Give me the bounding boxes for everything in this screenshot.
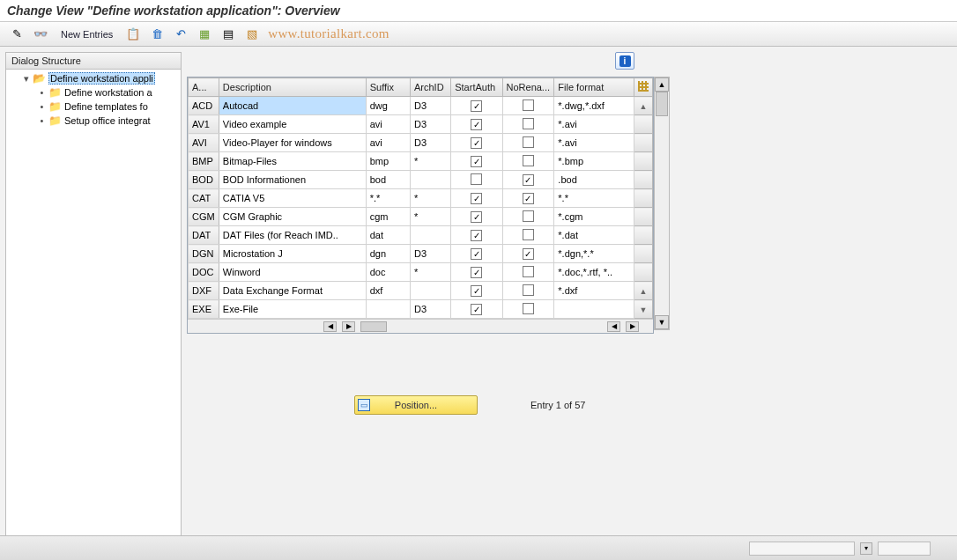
cell-desc[interactable]: Data Exchange Format [219, 282, 366, 300]
cell-startauth[interactable] [451, 171, 502, 189]
table-row[interactable]: ACDAutocaddwgD3✓*.dwg,*.dxf▲ [189, 97, 653, 115]
status-segment[interactable] [878, 542, 931, 556]
cell-archid[interactable] [410, 171, 450, 189]
cell-archid[interactable] [410, 282, 450, 300]
checkbox-icon[interactable]: ✓ [471, 248, 482, 260]
cell-suffix[interactable]: avi [366, 134, 410, 152]
table-row[interactable]: DGNMicrostation JdgnD3✓✓*.dgn,*.* [189, 245, 653, 263]
cell-suffix[interactable]: cgm [366, 208, 410, 226]
cell-app[interactable]: DAT [189, 226, 219, 245]
cell-desc[interactable]: Video-Player for windows [219, 134, 366, 152]
table-vscroll[interactable]: ▲ ▼ [654, 77, 670, 330]
cell-startauth[interactable]: ✓ [451, 263, 502, 282]
checkbox-icon[interactable]: ✓ [523, 248, 534, 260]
col-header-suffix[interactable]: Suffix [366, 78, 410, 97]
checkbox-icon[interactable]: ✓ [471, 137, 482, 149]
table-config-button[interactable] [634, 78, 652, 97]
cell-startauth[interactable]: ✓ [451, 97, 502, 115]
checkbox-icon[interactable] [523, 118, 534, 129]
checkbox-icon[interactable] [523, 284, 534, 296]
cell-desc[interactable]: CATIA V5 [219, 189, 366, 208]
cell-norename[interactable] [502, 282, 554, 300]
tree-child[interactable]: • 📁 Define templates fo [6, 99, 181, 114]
cell-archid[interactable] [410, 226, 450, 245]
col-header-norename[interactable]: NoRena... [502, 78, 554, 97]
cell-startauth[interactable]: ✓ [451, 245, 502, 263]
cell-app[interactable]: EXE [189, 300, 219, 319]
checkbox-icon[interactable]: ✓ [471, 267, 482, 278]
cell-startauth[interactable]: ✓ [451, 152, 502, 171]
cell-archid[interactable]: * [410, 189, 450, 208]
cell-fileformat[interactable]: *.dat [554, 226, 634, 245]
select-block-icon[interactable]: ▤ [219, 26, 238, 43]
cell-fileformat[interactable]: *.bmp [554, 152, 634, 171]
table-hscroll[interactable]: ◀ ▶ ◀ ▶ [188, 319, 653, 333]
cell-startauth[interactable]: ✓ [451, 282, 502, 300]
cell-fileformat[interactable]: *.* [554, 189, 634, 208]
vscroll-track[interactable] [655, 92, 669, 315]
hscroll-left2-icon[interactable]: ◀ [607, 321, 620, 332]
checkbox-icon[interactable] [523, 266, 534, 277]
cell-norename[interactable] [502, 226, 554, 245]
table-row[interactable]: BMPBitmap-Filesbmp*✓*.bmp [189, 152, 653, 171]
vscroll-down-icon[interactable]: ▼ [655, 315, 669, 329]
checkbox-icon[interactable]: ✓ [471, 211, 482, 223]
table-row[interactable]: CGMCGM Graphiccgm*✓*.cgm [189, 208, 653, 226]
cell-app[interactable]: BMP [189, 152, 219, 171]
cell-startauth[interactable]: ✓ [451, 226, 502, 245]
checkbox-icon[interactable] [523, 229, 534, 240]
cell-norename[interactable]: ✓ [502, 171, 554, 189]
cell-suffix[interactable]: doc [366, 263, 410, 282]
cell-fileformat[interactable]: *.cgm [554, 208, 634, 226]
table-row[interactable]: DXFData Exchange Formatdxf✓*.dxf▲ [189, 282, 653, 300]
cell-archid[interactable]: * [410, 152, 450, 171]
collapse-icon[interactable]: ▾ [22, 73, 30, 85]
cell-suffix[interactable] [366, 300, 410, 319]
cell-app[interactable]: AV1 [189, 115, 219, 134]
cell-fileformat[interactable]: .bod [554, 171, 634, 189]
col-header-desc[interactable]: Description [219, 78, 366, 97]
checkbox-icon[interactable] [471, 173, 482, 185]
cell-norename[interactable] [502, 152, 554, 171]
cell-suffix[interactable]: avi [366, 115, 410, 134]
cell-norename[interactable] [502, 300, 554, 319]
cell-fileformat[interactable]: *.dgn,*.* [554, 245, 634, 263]
cell-suffix[interactable]: dgn [366, 245, 410, 263]
cell-suffix[interactable]: *.* [366, 189, 410, 208]
hscroll-thumb[interactable] [360, 321, 387, 332]
cell-suffix[interactable]: bmp [366, 152, 410, 171]
cell-archid[interactable]: D3 [410, 115, 450, 134]
toggle-display-icon[interactable]: ✎ [7, 26, 26, 43]
checkbox-icon[interactable]: ✓ [471, 304, 482, 315]
glasses-icon[interactable]: 👓 [31, 26, 50, 43]
cell-fileformat[interactable]: *.dwg,*.dxf [554, 97, 634, 115]
cell-desc[interactable]: Video example [219, 115, 366, 134]
cell-desc[interactable]: Autocad [219, 97, 366, 115]
checkbox-icon[interactable]: ✓ [471, 193, 482, 204]
cell-desc[interactable]: DAT Files (for Reach IMD.. [219, 226, 366, 245]
cell-app[interactable]: AVI [189, 134, 219, 152]
cell-app[interactable]: CGM [189, 208, 219, 226]
cell-suffix[interactable]: dat [366, 226, 410, 245]
col-header-archid[interactable]: ArchID [410, 78, 450, 97]
table-row[interactable]: AV1Video exampleaviD3✓*.avi [189, 115, 653, 134]
cell-archid[interactable]: * [410, 263, 450, 282]
cell-desc[interactable]: Microstation J [219, 245, 366, 263]
cell-startauth[interactable]: ✓ [451, 115, 502, 134]
checkbox-icon[interactable] [523, 210, 534, 222]
cell-startauth[interactable]: ✓ [451, 134, 502, 152]
col-header-app[interactable]: A... [189, 78, 219, 97]
new-entries-button[interactable]: New Entries [55, 26, 119, 42]
cell-fileformat[interactable]: *.avi [554, 134, 634, 152]
cell-app[interactable]: BOD [189, 171, 219, 189]
cell-desc[interactable]: BOD Informationen [219, 171, 366, 189]
cell-archid[interactable]: D3 [410, 134, 450, 152]
cell-norename[interactable] [502, 134, 554, 152]
table-row[interactable]: DOCWinworddoc*✓*.doc,*.rtf, *.. [189, 263, 653, 282]
cell-startauth[interactable]: ✓ [451, 300, 502, 319]
cell-fileformat[interactable] [554, 300, 634, 319]
status-dropdown-icon[interactable]: ▾ [860, 542, 872, 555]
table-row[interactable]: CATCATIA V5*.**✓✓*.* [189, 189, 653, 208]
checkbox-icon[interactable]: ✓ [471, 230, 482, 241]
cell-norename[interactable] [502, 97, 554, 115]
